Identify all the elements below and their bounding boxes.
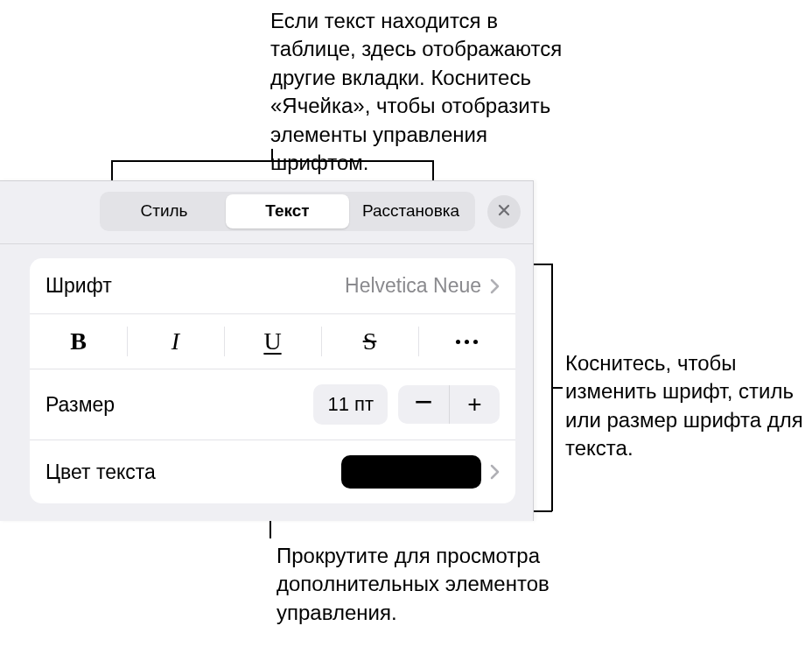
text-settings-card: Шрифт Helvetica Neue B I U S xyxy=(30,258,515,503)
callout-line xyxy=(552,387,563,389)
size-decrease-button[interactable]: − xyxy=(398,385,449,424)
tab-text[interactable]: Текст xyxy=(226,194,349,229)
size-stepper: − + xyxy=(398,385,500,424)
size-label: Размер xyxy=(46,393,313,417)
format-panel: Стиль Текст Расстановка Шрифт Helvetica … xyxy=(0,180,534,521)
underline-icon: U xyxy=(263,327,281,355)
callout-line xyxy=(111,160,113,181)
callout-line xyxy=(432,160,434,181)
more-styles-button[interactable] xyxy=(418,314,515,369)
size-increase-button[interactable]: + xyxy=(449,385,500,424)
italic-button[interactable]: I xyxy=(127,314,224,369)
strikethrough-icon: S xyxy=(363,327,377,355)
close-icon xyxy=(497,203,511,221)
segmented-control: Стиль Текст Расстановка xyxy=(100,192,475,231)
close-button[interactable] xyxy=(487,195,521,229)
size-row: Размер 11 пт − + xyxy=(30,369,515,440)
font-row[interactable]: Шрифт Helvetica Neue xyxy=(30,258,515,314)
strikethrough-button[interactable]: S xyxy=(321,314,418,369)
callout-line xyxy=(271,149,273,161)
callout-font-controls: Коснитесь, чтобы изменить шрифт, стиль и… xyxy=(565,349,810,463)
underline-button[interactable]: U xyxy=(224,314,321,369)
callout-tabs: Если текст находится в таблице, здесь от… xyxy=(270,7,577,177)
bold-button[interactable]: B xyxy=(30,314,127,369)
bold-icon: B xyxy=(70,327,87,355)
font-label: Шрифт xyxy=(46,274,345,298)
text-color-row[interactable]: Цвет текста xyxy=(30,440,515,503)
chevron-right-icon xyxy=(490,278,500,294)
italic-icon: I xyxy=(172,327,179,355)
size-value[interactable]: 11 пт xyxy=(313,384,388,425)
tab-arrange[interactable]: Расстановка xyxy=(349,194,472,229)
panel-header: Стиль Текст Расстановка xyxy=(0,181,533,244)
text-color-label: Цвет текста xyxy=(46,461,341,484)
chevron-right-icon xyxy=(490,464,500,480)
more-icon xyxy=(456,340,478,344)
callout-scroll: Прокрутите для просмотра дополнительных … xyxy=(276,542,583,627)
font-value: Helvetica Neue xyxy=(345,274,481,298)
size-controls: 11 пт − + xyxy=(313,384,500,425)
tab-style[interactable]: Стиль xyxy=(102,194,226,229)
font-style-row: B I U S xyxy=(30,314,515,369)
text-color-swatch[interactable] xyxy=(341,455,481,489)
